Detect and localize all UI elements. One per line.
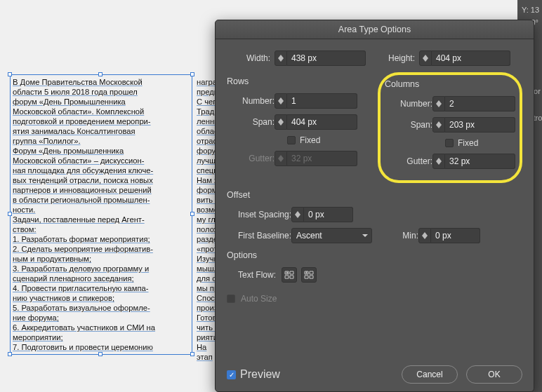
selection-handle[interactable] xyxy=(190,212,194,216)
height-label: Height: xyxy=(381,53,415,63)
text-flow-label: Text Flow: xyxy=(227,270,276,280)
width-stepper[interactable] xyxy=(275,50,287,66)
rows-span-stepper[interactable] xyxy=(275,114,287,130)
height-input[interactable] xyxy=(432,50,510,66)
area-type-options-dialog: Area Type Options Width: Height: Rows Nu… xyxy=(215,20,534,392)
offset-title: Offset xyxy=(227,190,522,200)
columns-gutter-label: Gutter: xyxy=(385,156,432,166)
text-flow-tb-icon[interactable] xyxy=(301,267,317,283)
autosize-label: Auto Size xyxy=(241,294,277,304)
options-title: Options xyxy=(227,250,522,260)
rows-section: Rows Number: Span: Fixed Gutter: xyxy=(227,76,371,183)
selection-handle[interactable] xyxy=(98,352,103,356)
inset-stepper[interactable] xyxy=(291,207,304,222)
columns-title: Columns xyxy=(385,79,515,89)
y-label: Y: xyxy=(522,6,529,14)
rows-gutter-input xyxy=(287,151,357,166)
rows-fixed-checkbox[interactable] xyxy=(287,136,296,144)
selection-handle[interactable] xyxy=(8,212,12,216)
inset-input[interactable] xyxy=(304,207,353,222)
rows-gutter-stepper xyxy=(275,151,287,166)
y-value: 13 xyxy=(531,6,539,14)
rows-title: Rows xyxy=(227,76,371,86)
baseline-label: First Baseline: xyxy=(227,231,291,241)
preview-label: Preview xyxy=(240,368,280,381)
min-label: Min: xyxy=(385,231,418,241)
columns-fixed-label: Fixed xyxy=(458,138,478,148)
preview-checkbox[interactable]: ✓ xyxy=(227,370,236,379)
columns-number-label: Number: xyxy=(385,99,432,109)
rows-span-label: Span: xyxy=(227,117,275,127)
rows-number-input[interactable] xyxy=(287,93,357,109)
selection-handle[interactable] xyxy=(8,72,12,76)
dialog-title: Area Type Options xyxy=(216,20,534,39)
columns-gutter-stepper[interactable] xyxy=(432,154,445,169)
inset-label: Inset Spacing: xyxy=(227,210,291,219)
document-area: В Доме Правительства Московскойобласти 5… xyxy=(13,77,209,352)
rows-gutter-label: Gutter: xyxy=(227,154,275,163)
selection-handle[interactable] xyxy=(190,352,194,356)
min-input[interactable] xyxy=(431,228,480,243)
columns-number-input[interactable] xyxy=(445,96,515,111)
autosize-checkbox xyxy=(227,295,235,303)
rows-fixed-label: Fixed xyxy=(300,135,320,145)
cancel-button[interactable]: Cancel xyxy=(402,365,458,384)
rows-number-stepper[interactable] xyxy=(275,93,287,109)
columns-section: Columns Number: Span: Fixed Gutter: xyxy=(378,76,522,183)
columns-fixed-checkbox[interactable] xyxy=(445,139,454,147)
columns-span-label: Span: xyxy=(385,120,432,130)
columns-gutter-input[interactable] xyxy=(445,154,515,169)
min-stepper[interactable] xyxy=(418,228,431,243)
width-input[interactable] xyxy=(287,50,366,66)
columns-span-stepper[interactable] xyxy=(432,117,445,133)
selection-handle[interactable] xyxy=(8,352,12,356)
columns-span-input[interactable] xyxy=(445,117,515,133)
text-frame-selection[interactable] xyxy=(10,74,192,355)
selection-handle[interactable] xyxy=(98,72,103,76)
text-flow-lr-icon[interactable] xyxy=(282,267,297,283)
columns-highlight: Columns Number: Span: Fixed Gutter: xyxy=(378,72,522,183)
rows-span-input[interactable] xyxy=(287,114,357,130)
rows-number-label: Number: xyxy=(227,96,275,106)
width-label: Width: xyxy=(237,53,270,63)
selection-handle[interactable] xyxy=(190,72,194,76)
baseline-select[interactable]: Ascent xyxy=(291,228,372,243)
ok-button[interactable]: OK xyxy=(466,365,522,384)
height-stepper[interactable] xyxy=(419,50,432,66)
columns-number-stepper[interactable] xyxy=(432,96,445,111)
